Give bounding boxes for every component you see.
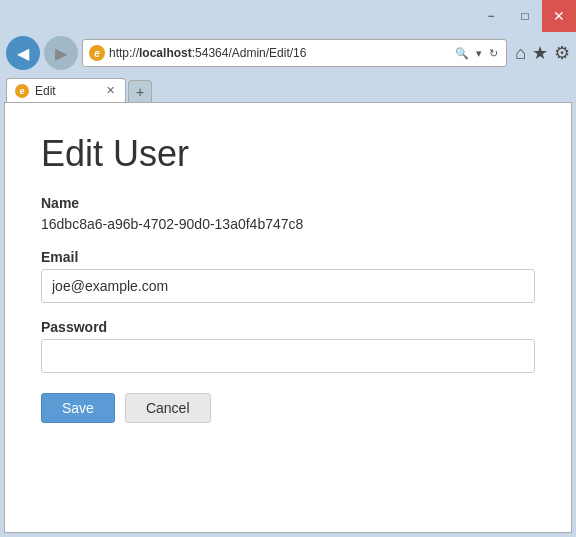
password-label: Password [41, 319, 535, 335]
maximize-button[interactable]: □ [508, 0, 542, 32]
settings-icon[interactable]: ⚙ [554, 42, 570, 64]
email-label: Email [41, 249, 535, 265]
address-bar[interactable]: e http://localhost:54364/Admin/Edit/16 🔍… [82, 39, 507, 67]
forward-button[interactable]: ▶ [44, 36, 78, 70]
search-icon[interactable]: 🔍 [453, 45, 471, 62]
save-button[interactable]: Save [41, 393, 115, 423]
refresh-icon[interactable]: ↻ [487, 45, 500, 62]
nav-right-icons: ⌂ ★ ⚙ [515, 42, 570, 64]
page-title: Edit User [41, 133, 535, 175]
tab-edit[interactable]: e Edit ✕ [6, 78, 126, 102]
email-input[interactable] [41, 269, 535, 303]
title-bar: − □ ✕ [0, 0, 576, 32]
window-controls: − □ ✕ [474, 0, 576, 32]
tab-label: Edit [35, 84, 56, 98]
password-field-group: Password [41, 319, 535, 373]
password-input[interactable] [41, 339, 535, 373]
email-field-group: Email [41, 249, 535, 303]
favorites-icon[interactable]: ★ [532, 42, 548, 64]
navigation-bar: ◀ ▶ e http://localhost:54364/Admin/Edit/… [0, 32, 576, 74]
content-area: Edit User Name 16dbc8a6-a96b-4702-90d0-1… [4, 102, 572, 533]
address-text: http://localhost:54364/Admin/Edit/16 [109, 46, 449, 60]
forward-icon: ▶ [55, 44, 67, 63]
minimize-button[interactable]: − [474, 0, 508, 32]
new-tab-icon: + [136, 84, 144, 100]
address-icons: 🔍 ▾ ↻ [453, 45, 500, 62]
new-tab-button[interactable]: + [128, 80, 152, 102]
close-button[interactable]: ✕ [542, 0, 576, 32]
tab-close-button[interactable]: ✕ [104, 84, 117, 97]
dropdown-icon[interactable]: ▾ [474, 45, 484, 62]
tab-ie-icon: e [15, 84, 29, 98]
name-value: 16dbc8a6-a96b-4702-90d0-13a0f4b747c8 [41, 216, 303, 232]
back-button[interactable]: ◀ [6, 36, 40, 70]
cancel-button[interactable]: Cancel [125, 393, 211, 423]
home-icon[interactable]: ⌂ [515, 43, 526, 64]
tab-bar: e Edit ✕ + [0, 74, 576, 102]
browser-window: − □ ✕ ◀ ▶ e http://localhost:54364/Admin… [0, 0, 576, 537]
button-row: Save Cancel [41, 393, 535, 423]
back-icon: ◀ [17, 44, 29, 63]
name-field-group: Name 16dbc8a6-a96b-4702-90d0-13a0f4b747c… [41, 195, 535, 233]
name-label: Name [41, 195, 535, 211]
ie-logo-icon: e [89, 45, 105, 61]
